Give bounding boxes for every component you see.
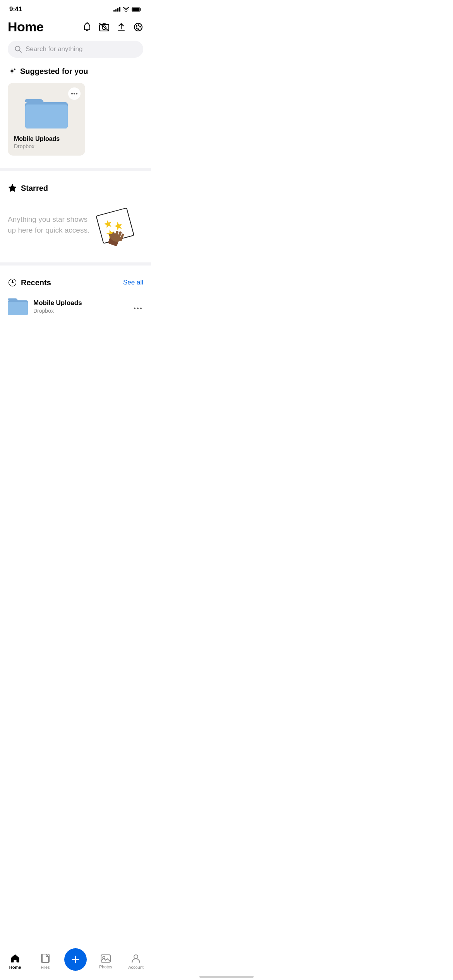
search-container: Search for anything [0,41,151,67]
svg-point-9 [138,24,139,26]
battery-icon [132,7,142,12]
svg-rect-1 [132,7,140,11]
status-bar: 9:41 [0,0,151,16]
svg-point-14 [71,93,73,94]
camera-off-icon[interactable] [99,22,109,32]
card-subtitle: Dropbox [14,143,79,149]
card-more-button[interactable] [68,87,81,100]
palette-icon[interactable] [133,22,143,32]
starred-section: Starred Anything you star shows up here … [0,174,151,259]
svg-point-10 [139,26,141,27]
recent-folder-icon [8,296,28,317]
sparkles-icon [8,67,16,76]
svg-point-39 [137,308,139,309]
page-title: Home [8,19,43,34]
section-title-starred: Starred [21,184,48,193]
search-bar[interactable]: Search for anything [8,41,143,58]
svg-rect-37 [8,302,28,315]
status-time: 9:41 [9,5,22,13]
signal-icon [113,7,120,12]
star-icon [8,183,17,193]
svg-point-11 [136,27,137,29]
section-title-recents: Recents [21,278,51,287]
recent-more-button[interactable] [132,300,143,313]
section-title-suggested: Suggested for you [20,67,88,76]
svg-line-13 [19,50,21,52]
upload-icon[interactable] [116,22,126,32]
section-divider [0,168,151,171]
see-all-button[interactable]: See all [123,279,143,286]
status-icons [113,7,142,12]
bell-icon[interactable] [82,22,92,32]
stars-illustration [93,200,143,250]
wifi-icon [123,7,129,12]
recent-item-info: Mobile Uploads Dropbox [33,299,127,314]
svg-point-16 [76,93,77,94]
clock-icon [8,278,17,287]
svg-point-15 [74,93,75,94]
folder-illustration [25,95,68,130]
recents-header: Recents See all [8,278,143,287]
section-divider-2 [0,262,151,266]
svg-point-40 [140,308,142,309]
svg-line-35 [12,283,14,283]
svg-rect-18 [25,105,68,128]
more-dots-icon-recent [134,307,142,309]
recents-left: Recents [8,278,51,287]
svg-point-38 [134,308,136,309]
section-header-suggested: Suggested for you [8,67,143,76]
recent-item-sub: Dropbox [33,308,127,314]
recents-section: Recents See all Mobile Uploads Dropbox [0,269,151,324]
app-header: Home [0,16,151,41]
svg-point-8 [136,25,137,27]
search-placeholder: Search for anything [26,45,82,53]
starred-content: Anything you star shows up here for quic… [8,200,143,250]
recent-item[interactable]: Mobile Uploads Dropbox [8,295,143,318]
recent-item-name: Mobile Uploads [33,299,127,307]
search-icon [15,46,22,53]
starred-empty-text: Anything you star shows up here for quic… [8,214,93,235]
more-dots-icon [71,93,77,94]
suggested-card[interactable]: Mobile Uploads Dropbox [8,83,85,156]
section-header-starred: Starred [8,183,143,193]
svg-marker-19 [9,184,16,192]
suggested-section: Suggested for you Mobile Uploads Dropbox [0,67,151,165]
header-icons [82,22,143,32]
card-name: Mobile Uploads [14,135,79,142]
